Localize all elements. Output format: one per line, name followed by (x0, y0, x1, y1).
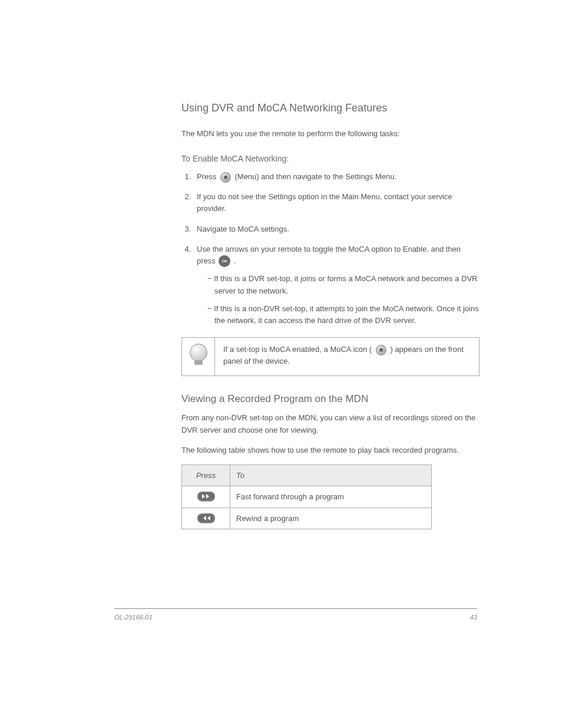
step-4-pre: Use the arrows on your remote to toggle … (197, 245, 461, 265)
table-row: Fast forward through a program (182, 486, 432, 508)
tip-box: If a set-top is MoCA enabled, a MoCA ico… (181, 337, 480, 376)
body3: The following table shows how to use the… (181, 444, 480, 456)
step-1: Press (Menu) and then navigate to the Se… (193, 171, 480, 183)
page-header: Using DVR and MoCA Networking Features (181, 100, 480, 116)
steps-list: Press (Menu) and then navigate to the Se… (181, 171, 480, 327)
step-1-post: (Menu) and then navigate to the Settings… (234, 172, 396, 181)
step-4-post: . (234, 256, 236, 265)
ok-button-icon: OK (219, 255, 230, 267)
page-footer: OL-29166-01 43 (114, 608, 477, 622)
home-icon (220, 172, 231, 183)
lightbulb-icon (189, 344, 209, 370)
th-press: Press (182, 465, 230, 486)
row-rw-label: Rewind a program (230, 508, 432, 529)
intro-text: The MDN lets you use the remote to perfo… (181, 128, 480, 140)
step-2: If you do not see the Settings option in… (193, 191, 480, 215)
section-viewing-recorded: Viewing a Recorded Program on the MDN (181, 391, 480, 407)
footer-page-number: 43 (470, 612, 477, 622)
step-3: Navigate to MoCA settings. (193, 223, 480, 235)
rewind-icon (197, 513, 215, 523)
section-enable-moca: To Enable MoCA Networking: (181, 153, 480, 165)
row-ff-label: Fast forward through a program (230, 486, 432, 508)
step-1-pre: Press (197, 172, 219, 181)
remote-buttons-table: Press To Fast forward through a program (181, 465, 432, 530)
table-row: Rewind a program (182, 508, 432, 529)
sub-nondvr: If this is a non-DVR set-top, it attempt… (207, 303, 480, 327)
fast-forward-icon (197, 492, 215, 501)
th-to: To (230, 465, 432, 486)
tip-icon-cell (182, 338, 215, 375)
body2: From any non-DVR set-top on the MDN, you… (181, 412, 480, 436)
sub-dvr: If this is a DVR set-top, it joins or fo… (207, 273, 480, 297)
footer-doc-id: OL-29166-01 (114, 612, 153, 622)
step-4-subitems: If this is a DVR set-top, it joins or fo… (197, 273, 480, 327)
tip-text: If a set-top is MoCA enabled, a MoCA ico… (215, 338, 479, 375)
step-4: Use the arrows on your remote to toggle … (193, 243, 480, 327)
moca-home-icon (376, 345, 386, 355)
tip-pre: If a set-top is MoCA enabled, a MoCA ico… (223, 345, 372, 354)
